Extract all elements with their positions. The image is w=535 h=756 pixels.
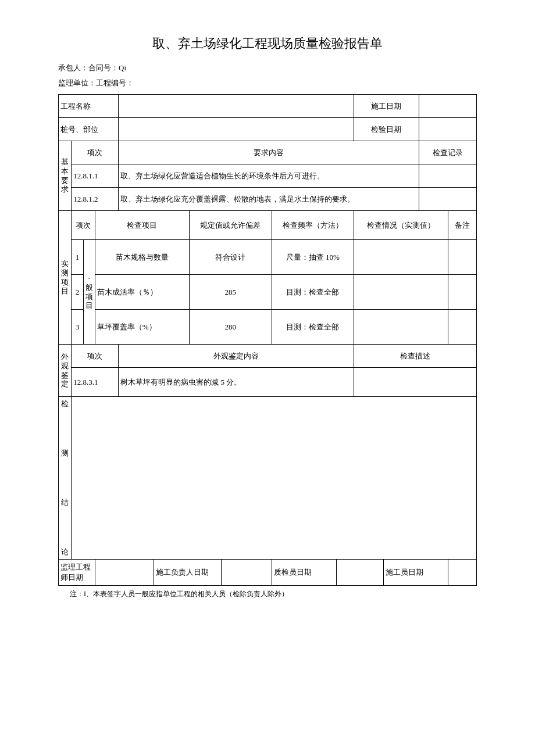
conclusion-char-1: 检 bbox=[60, 399, 69, 409]
measured-checkitem-header: 检查项目 bbox=[95, 211, 189, 240]
appearance-content-header: 外观鉴定内容 bbox=[119, 345, 354, 368]
measured-row3-situation bbox=[354, 310, 448, 345]
measured-row3-remark bbox=[448, 310, 477, 345]
sig-lead-value bbox=[222, 560, 272, 586]
conclusion-label: 检 测 结 论 bbox=[59, 397, 72, 560]
conclusion-body bbox=[72, 397, 477, 560]
sig-worker-label: 施工员日期 bbox=[383, 560, 448, 586]
basic-row-1-record bbox=[419, 164, 476, 188]
measured-row1-situation bbox=[354, 240, 448, 275]
conclusion-char-3: 结 bbox=[60, 498, 69, 507]
measured-remark-header: 备注 bbox=[448, 211, 477, 240]
basic-section-label: 基本要求 bbox=[59, 141, 72, 211]
basic-row-1-content: 取、弃土场绿化应营造适合植物生长的环境条件后方可进行。 bbox=[119, 164, 419, 188]
basic-row-2-content: 取、弃土场绿化应充分覆盖裸露、松散的地表，满足水土保持的要求。 bbox=[119, 188, 419, 211]
measured-row2-remark bbox=[448, 275, 477, 310]
contractor-line: 承包人：合同号：Qi bbox=[58, 63, 477, 73]
appearance-item-header: 项次 bbox=[72, 345, 119, 368]
measured-row1-item: 苗木规格与数量 bbox=[95, 240, 189, 275]
project-name-label: 工程名称 bbox=[59, 95, 119, 118]
sig-supervisor-value bbox=[95, 560, 154, 586]
conclusion-char-2: 测 bbox=[60, 449, 69, 458]
measured-row2-spec: 285 bbox=[189, 275, 272, 310]
basic-item-header: 项次 bbox=[72, 141, 119, 164]
measured-row1-remark bbox=[448, 240, 477, 275]
measured-situation-header: 检查情况（实测值） bbox=[354, 211, 448, 240]
sig-supervisor-label: 监理工程师日期 bbox=[59, 560, 95, 586]
appearance-row1-desc bbox=[354, 368, 477, 397]
report-table: 工程名称 施工日期 桩号、部位 检验日期 基本要求 项次 要求内容 检查记录 1… bbox=[58, 94, 477, 586]
measured-section-label: 实测项目 bbox=[59, 211, 72, 345]
sig-qc-label: 质检员日期 bbox=[272, 560, 336, 586]
measured-spec-header: 规定值或允许偏差 bbox=[189, 211, 272, 240]
appearance-section-label: 外观鉴定 bbox=[59, 345, 72, 397]
pile-value bbox=[119, 118, 354, 141]
sig-worker-value bbox=[448, 560, 477, 586]
measured-row2-idx: 2 bbox=[72, 275, 83, 310]
inspection-date-value bbox=[419, 118, 476, 141]
measured-row3-spec: 280 bbox=[189, 310, 272, 345]
construction-date-label: 施工日期 bbox=[354, 95, 419, 118]
measured-group-label: ·般项目 bbox=[83, 240, 95, 345]
measured-row2-situation bbox=[354, 275, 448, 310]
measured-itemno-header: 项次 bbox=[72, 211, 95, 240]
sig-lead-label: 施工负责人日期 bbox=[154, 560, 222, 586]
construction-date-value bbox=[419, 95, 476, 118]
footnote: 注：I、本表签字人员一般应指单位工程的相关人员（检除负责人除外） bbox=[58, 589, 477, 599]
pile-label: 桩号、部位 bbox=[59, 118, 119, 141]
appearance-row1-content: 树木草坪有明显的病虫害的减 5 分。 bbox=[119, 368, 354, 397]
basic-row-2-record bbox=[419, 188, 476, 211]
appearance-desc-header: 检查描述 bbox=[354, 345, 477, 368]
basic-content-header: 要求内容 bbox=[119, 141, 419, 164]
measured-row1-freq: 尺量：抽查 10% bbox=[272, 240, 354, 275]
inspection-date-label: 检验日期 bbox=[354, 118, 419, 141]
sig-qc-value bbox=[336, 560, 383, 586]
basic-row-2-no: 12.8.1.2 bbox=[72, 188, 119, 211]
appearance-row1-no: 12.8.3.1 bbox=[72, 368, 119, 397]
project-name-value bbox=[119, 95, 354, 118]
supervisor-line: 监理单位：工程编号： bbox=[58, 78, 477, 88]
conclusion-char-4: 论 bbox=[60, 547, 69, 557]
measured-row3-freq: 目测：检查全部 bbox=[272, 310, 354, 345]
basic-record-header: 检查记录 bbox=[419, 141, 476, 164]
measured-row1-idx: 1 bbox=[72, 240, 83, 275]
measured-row2-item: 苗木成活率（％） bbox=[95, 275, 189, 310]
measured-freq-header: 检查频率（方法） bbox=[272, 211, 354, 240]
document-title: 取、弃土场绿化工程现场质量检验报告单 bbox=[58, 35, 477, 52]
basic-row-1-no: 12.8.1.1 bbox=[72, 164, 119, 188]
measured-row1-spec: 符合设计 bbox=[189, 240, 272, 275]
measured-row2-freq: 目测：检查全部 bbox=[272, 275, 354, 310]
measured-row3-idx: 3 bbox=[72, 310, 83, 345]
measured-row3-item: 草坪覆盖率（%） bbox=[95, 310, 189, 345]
